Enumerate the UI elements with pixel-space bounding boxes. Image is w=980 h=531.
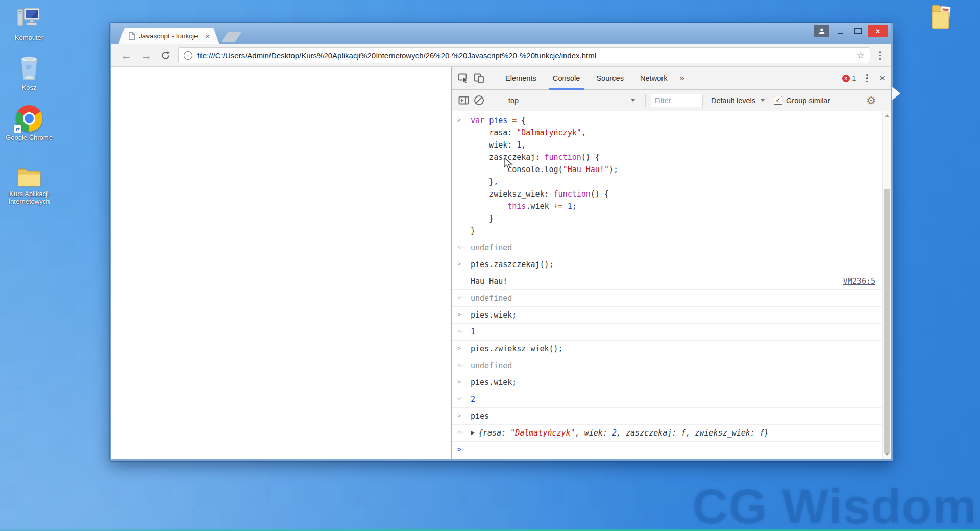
console-entry-log: Hau Hau!VM236:5 — [452, 273, 883, 290]
console-text: Hau Hau! — [471, 275, 507, 287]
expand-triangle-icon[interactable] — [471, 431, 475, 435]
console-entry-object: <·{rasa: "Dalmatyńczyk", wiek: 2, zaszcz… — [452, 425, 883, 442]
console-log: >var pies = { rasa: "Dalmatyńczyk", wiek… — [452, 111, 891, 459]
result-arrow-icon: <· — [452, 393, 471, 404]
person-icon — [818, 28, 825, 35]
tab-console[interactable]: Console — [545, 67, 589, 89]
tab-title: Javascript - funkcje — [139, 32, 205, 40]
console-text: pies.wiek; — [471, 309, 517, 321]
error-icon: × — [842, 75, 850, 82]
desktop-icon-kurs-folder[interactable]: Kurs Aplikacji Internetowych — [4, 159, 54, 205]
console-entry-input: >pies.wiek; — [452, 307, 883, 324]
clear-console-icon[interactable] — [471, 93, 486, 108]
console-entry-result: <·undefined — [452, 239, 883, 256]
console-entry-result: <·undefined — [452, 357, 883, 374]
chrome-icon — [4, 103, 54, 132]
scroll-down-icon[interactable] — [885, 453, 890, 456]
tab-network[interactable]: Network — [632, 67, 676, 89]
recycle-bin-icon — [4, 53, 54, 82]
input-chevron-icon: > — [452, 410, 471, 421]
divider — [492, 72, 492, 84]
console-entry-input: >var pies = { rasa: "Dalmatyńczyk", wiek… — [452, 112, 883, 239]
input-chevron-icon: > — [452, 376, 471, 388]
console-entry-result: <·1 — [452, 324, 883, 341]
tab-elements[interactable]: Elements — [497, 67, 545, 89]
result-arrow-icon: <· — [452, 359, 471, 371]
group-similar-label: Group similar — [786, 96, 830, 105]
page-viewport — [111, 67, 451, 459]
desktop-icon-label: Kurs Aplikacji Internetowych — [4, 190, 54, 205]
minimize-button[interactable] — [834, 25, 847, 37]
group-similar-toggle[interactable]: ✓ Group similar — [774, 96, 830, 105]
context-selector[interactable]: top — [503, 96, 640, 105]
console-text: var pies = { rasa: "Dalmatyńczyk", wiek:… — [471, 114, 618, 237]
levels-label: Default levels — [711, 96, 755, 105]
tab-close-icon[interactable]: × — [205, 32, 210, 40]
console-entry-result: <·2 — [452, 391, 883, 408]
console-toolbar: top Default levels ✓ Group similar ⚙ — [452, 90, 891, 111]
page-info-icon[interactable]: i — [184, 51, 192, 60]
mouse-cursor — [503, 157, 514, 170]
shortcut-arrow-icon — [14, 125, 21, 133]
console-text: pies.zaszczekaj(); — [471, 258, 554, 271]
prompt-chevron-icon: > — [452, 444, 471, 455]
watermark: CG Wisdom — [692, 478, 977, 531]
devtools-menu-icon[interactable] — [861, 71, 873, 85]
scrollbar-thumb[interactable] — [884, 189, 890, 453]
input-chevron-icon: > — [452, 258, 471, 270]
console-sidebar-icon[interactable] — [456, 93, 471, 108]
device-toolbar-icon[interactable] — [471, 70, 486, 86]
inspect-element-icon[interactable] — [456, 70, 471, 86]
forward-button[interactable]: → — [141, 50, 152, 61]
devtools-close-icon[interactable]: × — [873, 67, 891, 89]
console-text: pies.zwieksz_wiek(); — [471, 343, 563, 355]
bookmark-star-icon[interactable]: ☆ — [856, 50, 864, 61]
computer-icon — [4, 3, 54, 32]
console-text: 1 — [471, 326, 475, 338]
page-favicon — [128, 32, 135, 40]
source-link[interactable]: VM236:5 — [837, 275, 875, 287]
browser-tab[interactable]: Javascript - funkcje × — [118, 28, 219, 44]
documents-folder-icon[interactable] — [930, 3, 955, 30]
console-entry-prompt[interactable]: > — [452, 442, 883, 457]
tab-sources[interactable]: Sources — [588, 67, 632, 89]
log-levels-dropdown[interactable]: Default levels — [711, 96, 765, 105]
scroll-up-icon[interactable] — [885, 114, 890, 117]
checkbox-checked-icon[interactable]: ✓ — [774, 96, 782, 105]
folder-icon — [4, 159, 54, 188]
maximize-button[interactable] — [851, 25, 864, 37]
profile-button[interactable] — [814, 25, 829, 37]
maximize-icon — [854, 28, 862, 34]
filter-input[interactable] — [651, 94, 703, 107]
desktop: Komputer Kosz Google Ch — [0, 0, 980, 531]
console-text: undefined — [471, 242, 512, 254]
console-text: {rasa: "Dalmatyńczyk", wiek: 2, zaszczek… — [478, 427, 769, 439]
settings-gear-icon[interactable]: ⚙ — [866, 94, 876, 107]
desktop-icon-komputer[interactable]: Komputer — [4, 3, 54, 41]
address-bar[interactable]: i file:///C:/Users/Admin/Desktop/Kurs%20… — [178, 47, 870, 63]
more-tabs-icon[interactable]: » — [675, 73, 688, 83]
browser-toolbar: ← → i file:///C:/Users/Admin/Desktop/Kur… — [111, 44, 891, 67]
chevron-down-icon — [631, 99, 635, 102]
result-arrow-icon: <· — [452, 326, 471, 337]
desktop-icon-kosz[interactable]: Kosz — [4, 53, 54, 91]
new-tab-button[interactable] — [222, 32, 241, 42]
desktop-icon-label: Komputer — [4, 34, 54, 41]
back-button[interactable]: ← — [121, 50, 132, 61]
desktop-icon-label: Google Chrome — [4, 134, 54, 141]
console-text: undefined — [471, 359, 512, 372]
console-scrollbar[interactable] — [882, 111, 891, 459]
console-entry-input: >pies.zwieksz_wiek(); — [452, 341, 883, 357]
context-label: top — [508, 96, 519, 105]
overlay-next-arrow — [892, 86, 900, 101]
close-window-button[interactable]: × — [868, 25, 888, 37]
minimize-icon — [838, 33, 843, 35]
devtools-tabbar: Elements Console Sources Network » × 1 × — [452, 67, 891, 90]
result-arrow-icon: <· — [452, 427, 471, 438]
browser-menu-icon[interactable] — [874, 48, 887, 62]
error-badge[interactable]: × 1 — [842, 74, 856, 82]
desktop-icon-chrome[interactable]: Google Chrome — [4, 103, 54, 141]
reload-button[interactable] — [161, 51, 170, 62]
divider — [492, 94, 492, 107]
console-text: 2 — [471, 393, 475, 405]
